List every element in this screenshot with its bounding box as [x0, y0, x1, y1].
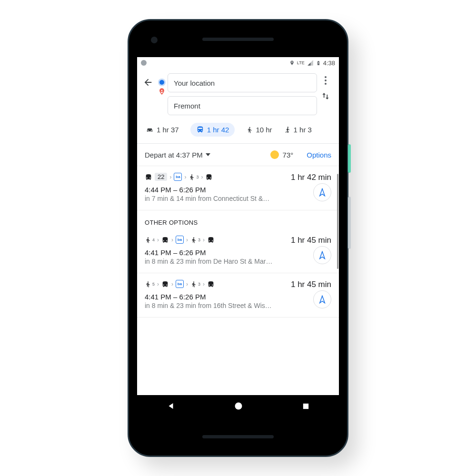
android-nav-bar: [137, 395, 339, 419]
bus-icon: [207, 280, 215, 288]
bus-icon: [161, 280, 169, 288]
route-times: 4:44 PM – 6:26 PM: [145, 186, 331, 194]
from-input[interactable]: Your location: [168, 73, 317, 92]
bart-icon: ba: [174, 173, 182, 181]
tab-walk-label: 10 hr: [256, 126, 272, 134]
walk-icon: [190, 280, 197, 288]
directions-header: Your location Fremont: [137, 69, 339, 117]
nav-back-button[interactable]: [167, 402, 175, 412]
bart-icon: ba: [176, 280, 184, 288]
navigation-icon: [318, 295, 327, 304]
screen: LTE 4:38 Your location Fremont: [137, 57, 339, 419]
nav-recents-button[interactable]: [302, 402, 310, 412]
status-time: 4:38: [323, 60, 335, 67]
to-input[interactable]: Fremont: [168, 96, 317, 115]
signal-icon: [307, 60, 314, 66]
origin-dot-icon: [159, 80, 164, 85]
rideshare-icon: [284, 126, 291, 134]
walk-minutes: 3: [198, 282, 200, 287]
svg-point-4: [148, 237, 149, 238]
status-dot: [141, 60, 147, 66]
svg-point-1: [249, 127, 250, 128]
walk-minutes: 3: [198, 238, 200, 242]
depart-label: Depart at 4:37 PM: [145, 151, 203, 159]
svg-point-6: [148, 281, 149, 282]
svg-point-2: [287, 127, 288, 128]
tab-transit-label: 1 hr 42: [207, 126, 229, 134]
bus-route-badge: 22: [155, 173, 167, 181]
walk-icon: [145, 280, 151, 288]
svg-point-7: [193, 281, 194, 282]
tab-transit[interactable]: 1 hr 42: [190, 123, 235, 137]
start-navigation-button[interactable]: [313, 183, 331, 201]
tab-walk[interactable]: 10 hr: [246, 126, 272, 134]
location-icon: [289, 60, 295, 66]
square-recents-icon: [302, 402, 310, 410]
nav-home-button[interactable]: [234, 401, 243, 413]
start-navigation-button[interactable]: [313, 246, 331, 264]
route-detail: in 8 min & 23 min from De Haro St & Mar…: [145, 258, 288, 265]
bus-icon: [205, 173, 213, 181]
navigation-icon: [318, 188, 327, 197]
phone-speaker-top: [202, 38, 274, 41]
svg-point-8: [235, 403, 242, 410]
phone-frame: LTE 4:38 Your location Fremont: [128, 19, 348, 457]
route-times: 4:41 PM – 6:26 PM: [145, 248, 331, 257]
weather: 73°: [270, 150, 294, 159]
tab-rideshare-label: 1 hr 3: [294, 126, 312, 134]
svg-point-5: [193, 237, 194, 238]
svg-rect-9: [303, 403, 308, 408]
route-endpoints-graphic: [156, 73, 168, 97]
route-duration: 1 hr 45 min: [291, 236, 331, 245]
bus-icon: [161, 236, 169, 244]
back-button[interactable]: [142, 73, 156, 89]
walk-icon: [190, 236, 197, 244]
walk-icon: [246, 126, 253, 134]
navigation-icon: [318, 251, 327, 259]
walk-minutes: 5: [152, 282, 155, 287]
route-card-alt[interactable]: 4 › › ba › 3 › 1 hr 45 min 4:41 PM – 6:2…: [137, 229, 339, 273]
swap-icon: [321, 91, 330, 101]
dropdown-icon: [206, 153, 210, 156]
depart-row: Depart at 4:37 PM 73° Options: [137, 144, 339, 166]
route-duration: 1 hr 42 min: [291, 173, 331, 182]
battery-icon: [316, 60, 321, 67]
network-label: LTE: [297, 60, 305, 65]
route-duration: 1 hr 45 min: [291, 280, 331, 289]
route-times: 4:41 PM – 6:26 PM: [145, 293, 331, 301]
walk-icon: [145, 236, 151, 244]
route-detail: in 7 min & 14 min from Connecticut St &…: [145, 195, 288, 202]
svg-point-3: [191, 174, 192, 175]
tab-car[interactable]: 1 hr 37: [146, 126, 179, 134]
phone-camera: [151, 37, 158, 43]
depart-time-selector[interactable]: Depart at 4:37 PM: [145, 151, 210, 159]
bus-icon: [145, 173, 152, 181]
walk-minutes: 4: [152, 238, 155, 242]
scrollbar[interactable]: [337, 174, 338, 269]
mode-tabs: 1 hr 37 1 hr 42 10 hr 1 hr 3: [137, 117, 339, 144]
bart-icon: ba: [176, 236, 184, 244]
options-link[interactable]: Options: [307, 151, 331, 159]
phone-speaker-bottom: [202, 435, 274, 438]
start-navigation-button[interactable]: [313, 290, 331, 308]
transit-icon: [196, 126, 204, 134]
sun-icon: [270, 150, 279, 159]
more-menu-button[interactable]: [325, 76, 327, 85]
destination-pin-icon: [159, 88, 165, 97]
temperature: 73°: [283, 151, 294, 159]
walk-minutes: 3: [196, 175, 198, 179]
route-card-alt[interactable]: 5 › › ba › 3 › 1 hr 45 min 4:41 PM – 6:2…: [137, 273, 339, 317]
swap-button[interactable]: [321, 91, 330, 103]
other-options-header: OTHER OPTIONS: [137, 210, 339, 229]
circle-home-icon: [234, 401, 243, 411]
triangle-back-icon: [167, 402, 175, 410]
svg-point-0: [161, 89, 163, 92]
tab-car-label: 1 hr 37: [157, 126, 179, 134]
status-bar: LTE 4:38: [137, 57, 339, 69]
tab-rideshare[interactable]: 1 hr 3: [284, 126, 312, 134]
walk-icon: [188, 173, 195, 181]
back-arrow-icon: [143, 77, 153, 88]
route-card-primary[interactable]: 22 › ba › 3 › 1 hr 42 min 4:44 PM – 6:26…: [137, 166, 339, 210]
bus-icon: [207, 236, 215, 244]
route-detail: in 8 min & 23 min from 16th Street & Wis…: [145, 302, 288, 309]
